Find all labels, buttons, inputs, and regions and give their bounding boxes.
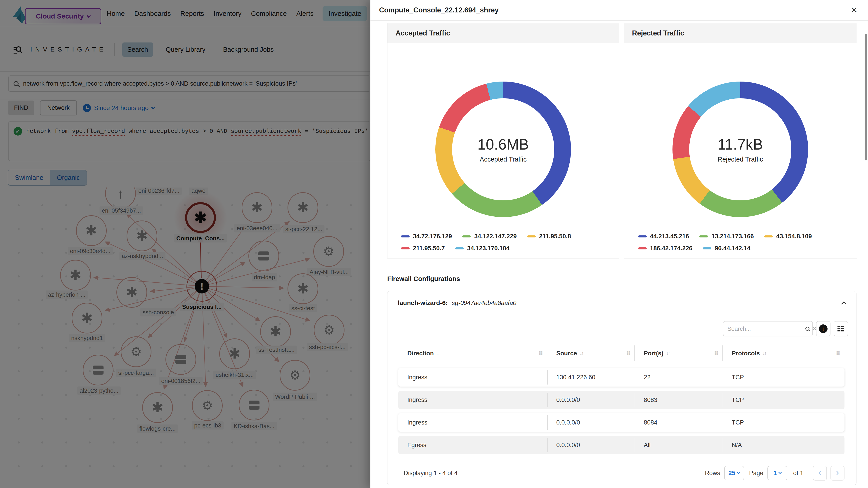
accepted-traffic-legend: 34.72.176.129 34.122.147.229 211.95.50.8… [401,233,606,252]
table-body: Ingress 130.41.226.60 22 TCP Ingress 0.0… [398,368,844,458]
legend-label: 34.123.170.104 [467,245,510,252]
column-header-source[interactable]: Source ↓↑ ⠿ [547,345,635,362]
screen: Cloud Security Home Dashboards Reports I… [0,0,868,488]
legend-item[interactable]: 34.72.176.129 [401,233,452,240]
cell-ports: All [635,436,723,454]
cell-protocols: TCP [723,391,844,409]
legend-label: 13.214.173.166 [711,233,754,240]
rows-per-page-select[interactable]: 25 [724,466,744,480]
donut-total-value: 10.6MB [477,136,529,153]
panel-header: Compute_Console_22.12.694_shrey ✕ [370,0,868,21]
cell-source: 0.0.0.0/0 [547,391,635,409]
legend-item[interactable]: 34.123.170.104 [455,245,510,252]
page-value: 1 [773,470,777,477]
table-header-row: Direction ↓ ⠿ Source ↓↑ ⠿ Port(s) ↓↑ ⠿ [398,345,844,362]
legend-item[interactable]: 96.44.142.14 [703,245,750,252]
firewall-group-accordion-header[interactable]: launch-wizard-6: sg-0947ae4eb4a8aafa0 [388,291,856,315]
prev-page-button[interactable]: ‹ [813,466,827,481]
rejected-traffic-legend: 44.213.45.216 13.214.173.166 43.154.8.10… [638,233,843,252]
firewall-group-card: launch-wizard-6: sg-0947ae4eb4a8aafa0 ✕ … [387,291,857,485]
column-label: Protocols [732,350,760,357]
close-icon[interactable]: ✕ [851,6,858,14]
cell-protocols: TCP [723,413,844,432]
cell-source: 130.41.226.60 [547,368,635,387]
legend-item[interactable]: 13.214.173.166 [700,233,754,240]
chevron-down-icon [778,471,782,474]
legend-swatch [764,235,773,237]
legend-label: 34.72.176.129 [413,233,452,240]
legend-swatch [638,248,647,250]
cell-protocols: TCP [723,368,844,387]
legend-item[interactable]: 34.122.147.229 [462,233,517,240]
column-label: Direction [407,350,434,357]
legend-swatch [638,235,647,237]
donut-center: 10.6MB Accepted Traffic [452,98,554,200]
legend-item[interactable]: 44.213.45.216 [638,233,689,240]
page-total-label: of 1 [793,470,803,477]
download-button[interactable]: ↓ [816,321,831,336]
column-drag-handle[interactable]: ⠿ [538,350,543,357]
legend-swatch [527,235,536,237]
rejected-traffic-donut-chart[interactable]: 11.7kB Rejected Traffic [673,82,808,217]
cell-direction: Ingress [398,368,547,387]
rejected-traffic-card: Rejected Traffic 11.7kB Rejected Traffic… [624,23,857,258]
legend-swatch [462,235,471,237]
column-drag-handle[interactable]: ⠿ [714,350,719,357]
page-label: Page [749,470,763,477]
donut-total-value: 11.7kB [718,136,763,153]
download-icon: ↓ [819,324,828,333]
chevron-down-icon [737,471,740,474]
table-search-box[interactable]: ✕ [723,321,813,336]
legend-item[interactable]: 43.154.8.109 [764,233,812,240]
column-drag-handle[interactable]: ⠿ [836,350,840,357]
legend-label: 44.213.45.216 [650,233,689,240]
cell-direction: Egress [398,436,547,454]
legend-item[interactable]: 211.95.50.7 [401,245,445,252]
legend-swatch [401,235,410,237]
column-header-ports[interactable]: Port(s) ↓↑ ⠿ [635,345,723,362]
sort-icon: ↓↑ [666,351,670,356]
modal-dim-overlay[interactable] [0,0,370,488]
legend-swatch [703,248,711,250]
cell-direction: Ingress [398,391,547,409]
traffic-cards: Accepted Traffic 10.6MB Accepted Traffic… [387,23,857,258]
sort-icon: ↓↑ [763,351,766,356]
panel-title: Compute_Console_22.12.694_shrey [379,6,499,14]
accepted-traffic-donut-chart[interactable]: 10.6MB Accepted Traffic [435,82,571,217]
security-group-id: sg-0947ae4eb4a8aafa0 [452,300,516,306]
legend-item[interactable]: 211.95.50.8 [527,233,571,240]
next-page-button[interactable]: › [831,466,844,481]
column-settings-button[interactable] [834,321,848,336]
table-toolbar: ✕ ↓ [723,321,848,336]
panel-scrollbar[interactable] [865,34,867,160]
table-row: Egress 0.0.0.0/0 All N/A [398,436,844,454]
legend-label: 96.44.142.14 [715,245,750,252]
card-body: 11.7kB Rejected Traffic 44.213.45.216 13… [624,43,857,258]
legend-label: 34.122.147.229 [474,233,517,240]
column-label: Source [556,350,577,357]
legend-swatch [455,248,464,250]
column-header-protocols[interactable]: Protocols ↓↑ ⠿ [723,345,844,362]
column-label: Port(s) [644,350,663,357]
legend-label: 43.154.8.109 [776,233,812,240]
cell-protocols: N/A [723,436,844,454]
column-header-direction[interactable]: Direction ↓ ⠿ [398,345,547,362]
rows-per-page-value: 25 [728,470,735,477]
table-row: Ingress 0.0.0.0/0 8084 TCP [398,413,844,432]
donut-center-label: Accepted Traffic [480,156,526,163]
cell-direction: Ingress [398,413,547,432]
table-search-input[interactable] [727,325,803,332]
legend-item[interactable]: 186.42.174.226 [638,245,692,252]
cell-source: 0.0.0.0/0 [547,413,635,432]
legend-swatch [700,235,708,237]
donut-center-label: Rejected Traffic [718,156,763,163]
legend-swatch [401,248,410,250]
cell-ports: 8083 [635,391,723,409]
firewall-section-heading: Firewall Configurations [387,275,460,283]
cell-ports: 8084 [635,413,723,432]
table-row: Ingress 0.0.0.0/0 8083 TCP [398,391,844,409]
column-drag-handle[interactable]: ⠿ [626,350,631,357]
search-icon[interactable] [805,327,809,331]
page-select[interactable]: 1 [767,466,787,480]
table-footer: Displaying 1 - 4 of 4 Rows 25 Page 1 of … [388,461,856,485]
